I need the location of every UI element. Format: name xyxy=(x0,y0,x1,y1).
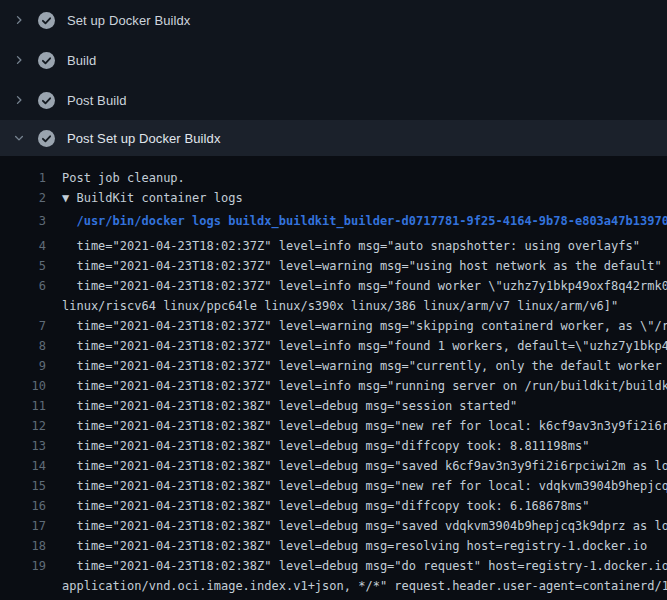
log-text: time="2021-04-23T18:02:37Z" level=warnin… xyxy=(62,356,667,376)
log-text: time="2021-04-23T18:02:38Z" level=debug … xyxy=(62,596,667,600)
log-text: time="2021-04-23T18:02:38Z" level=debug … xyxy=(62,476,667,496)
line-number[interactable]: 6 xyxy=(0,276,46,296)
check-circle-icon xyxy=(38,52,55,69)
log-line: 13 time="2021-04-23T18:02:38Z" level=deb… xyxy=(0,436,667,456)
log-text: time="2021-04-23T18:02:37Z" level=info m… xyxy=(62,336,667,356)
log-container: 1Post job cleanup.2▼ BuildKit container … xyxy=(0,156,667,600)
log-line: 4 time="2021-04-23T18:02:37Z" level=info… xyxy=(0,236,667,256)
log-line: 15 time="2021-04-23T18:02:38Z" level=deb… xyxy=(0,476,667,496)
log-text: time="2021-04-23T18:02:37Z" level=warnin… xyxy=(62,316,667,336)
log-line: 8 time="2021-04-23T18:02:37Z" level=info… xyxy=(0,336,667,356)
log-text: time="2021-04-23T18:02:38Z" level=debug … xyxy=(62,556,667,576)
check-circle-icon xyxy=(38,92,55,109)
log-text: time="2021-04-23T18:02:37Z" level=info m… xyxy=(62,236,640,256)
line-number[interactable]: 8 xyxy=(0,336,46,356)
log-text: linux/riscv64 linux/ppc64le linux/s390x … xyxy=(62,296,618,316)
log-line: 5 time="2021-04-23T18:02:37Z" level=warn… xyxy=(0,256,667,276)
log-line: 12 time="2021-04-23T18:02:38Z" level=deb… xyxy=(0,416,667,436)
log-text: time="2021-04-23T18:02:38Z" level=debug … xyxy=(62,536,647,556)
log-line-continuation: linux/riscv64 linux/ppc64le linux/s390x … xyxy=(0,296,667,316)
log-text: time="2021-04-23T18:02:38Z" level=debug … xyxy=(62,436,589,456)
log-text: time="2021-04-23T18:02:38Z" level=debug … xyxy=(62,456,667,476)
step-label: Post Build xyxy=(67,93,127,108)
line-number[interactable]: 9 xyxy=(0,356,46,376)
log-line: 20 time="2021-04-23T18:02:38Z" level=deb… xyxy=(0,596,667,600)
log-line-continuation: application/vnd.oci.image.index.v1+json,… xyxy=(0,576,667,596)
log-line: 3 /usr/bin/docker logs buildx_buildkit_b… xyxy=(0,208,667,236)
log-line: 7 time="2021-04-23T18:02:37Z" level=warn… xyxy=(0,316,667,336)
step-label: Set up Docker Buildx xyxy=(67,13,190,28)
log-text: time="2021-04-23T18:02:38Z" level=debug … xyxy=(62,416,667,436)
log-line: 11 time="2021-04-23T18:02:38Z" level=deb… xyxy=(0,396,667,416)
line-number[interactable]: 7 xyxy=(0,316,46,336)
line-number[interactable]: 16 xyxy=(0,496,46,516)
step-label: Post Set up Docker Buildx xyxy=(67,131,221,146)
line-number[interactable]: 19 xyxy=(0,556,46,576)
log-line: 10 time="2021-04-23T18:02:37Z" level=inf… xyxy=(0,376,667,396)
log-line: 6 time="2021-04-23T18:02:37Z" level=info… xyxy=(0,276,667,296)
log-line: 19 time="2021-04-23T18:02:38Z" level=deb… xyxy=(0,556,667,576)
log-text: ▼ BuildKit container logs xyxy=(62,188,243,208)
chevron-right-icon[interactable] xyxy=(12,54,25,67)
step-row-build[interactable]: Build xyxy=(0,40,667,80)
step-row-post-set-up-docker-buildx[interactable]: Post Set up Docker Buildx xyxy=(0,120,667,156)
steps-list: Set up Docker Buildx Build Post Build Po… xyxy=(0,0,667,156)
log-line: 17 time="2021-04-23T18:02:38Z" level=deb… xyxy=(0,516,667,536)
log-text: time="2021-04-23T18:02:37Z" level=info m… xyxy=(62,276,667,296)
line-number[interactable]: 14 xyxy=(0,456,46,476)
line-number[interactable]: 4 xyxy=(0,236,46,256)
line-number[interactable]: 2 xyxy=(0,188,46,208)
log-text: time="2021-04-23T18:02:37Z" level=info m… xyxy=(62,376,667,396)
log-text: time="2021-04-23T18:02:38Z" level=debug … xyxy=(62,396,517,416)
chevron-right-icon[interactable] xyxy=(12,94,25,107)
log-line: 9 time="2021-04-23T18:02:37Z" level=warn… xyxy=(0,356,667,376)
step-label: Build xyxy=(67,53,96,68)
check-circle-icon xyxy=(38,12,55,29)
line-number[interactable]: 1 xyxy=(0,168,46,188)
line-number[interactable]: 13 xyxy=(0,436,46,456)
step-row-set-up-docker-buildx[interactable]: Set up Docker Buildx xyxy=(0,0,667,40)
log-text: time="2021-04-23T18:02:37Z" level=warnin… xyxy=(62,256,662,276)
log-line: 1Post job cleanup. xyxy=(0,168,667,188)
check-circle-icon xyxy=(38,130,55,147)
line-number[interactable]: 12 xyxy=(0,416,46,436)
log-text: time="2021-04-23T18:02:38Z" level=debug … xyxy=(62,516,667,536)
line-number[interactable]: 17 xyxy=(0,516,46,536)
command-text: /usr/bin/docker logs buildx_buildkit_bui… xyxy=(62,211,667,236)
step-row-post-build[interactable]: Post Build xyxy=(0,80,667,120)
log-group-line[interactable]: 2▼ BuildKit container logs xyxy=(0,188,667,208)
line-number[interactable]: 18 xyxy=(0,536,46,556)
chevron-down-icon[interactable] xyxy=(12,132,25,145)
line-number[interactable]: 10 xyxy=(0,376,46,396)
line-number[interactable]: 5 xyxy=(0,256,46,276)
line-number xyxy=(0,576,46,596)
log-line: 16 time="2021-04-23T18:02:38Z" level=deb… xyxy=(0,496,667,516)
line-number[interactable]: 3 xyxy=(0,211,46,236)
line-number[interactable]: 20 xyxy=(0,596,46,600)
log-text: time="2021-04-23T18:02:38Z" level=debug … xyxy=(62,496,589,516)
log-line: 18 time="2021-04-23T18:02:38Z" level=deb… xyxy=(0,536,667,556)
line-number[interactable]: 15 xyxy=(0,476,46,496)
log-text: application/vnd.oci.image.index.v1+json,… xyxy=(62,576,667,596)
chevron-right-icon[interactable] xyxy=(12,14,25,27)
log-line: 14 time="2021-04-23T18:02:38Z" level=deb… xyxy=(0,456,667,476)
log-text: Post job cleanup. xyxy=(62,168,185,188)
line-number[interactable]: 11 xyxy=(0,396,46,416)
line-number xyxy=(0,296,46,316)
